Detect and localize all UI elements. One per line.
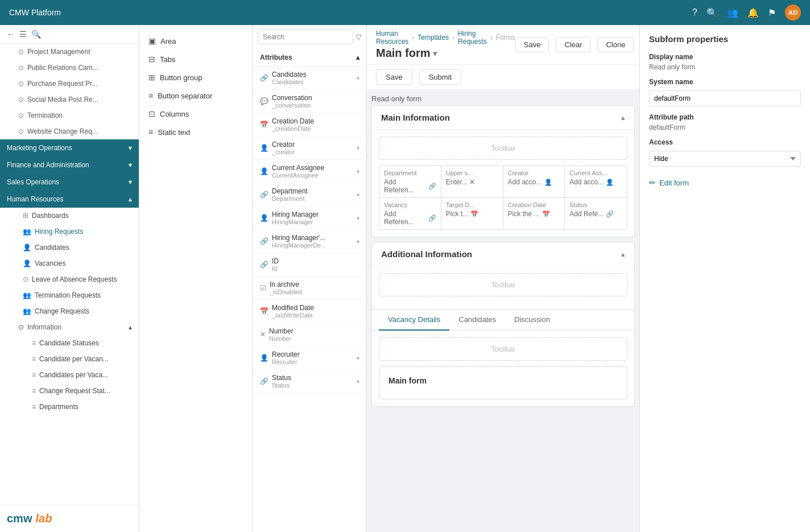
tab-discussion[interactable]: Discussion [505,310,559,331]
expand-icon[interactable]: ▾ [357,238,359,245]
chevron-down-icon: ▾ [129,144,132,152]
form-cell-creation-date[interactable]: Creation Date Pick the ... 📅 [503,198,565,229]
sidebar-item-termination[interactable]: ⊙ Termination [0,108,139,123]
sidebar-item-hiring-requests[interactable]: 👥 Hiring Requests [0,224,139,240]
clear-button[interactable]: Clear [556,37,590,52]
attr-item-hiring-manager-dept[interactable]: 🔗 Hiring Manager'... HiringManagerDe... … [253,230,366,253]
expand-icon[interactable]: ▾ [357,145,359,151]
access-select[interactable]: Hide Show Read only [649,151,801,167]
attr-item-status[interactable]: 🔗 Status Status ▾ [253,370,366,393]
form-cell-upper-s[interactable]: Upper s... Enter... ✕ [441,166,503,198]
breadcrumb-bar: Human Resources › Templates › Hiring Req… [367,25,639,65]
expand-icon[interactable]: ▾ [357,168,359,175]
sidebar-item-vacancies[interactable]: 👤 Vacancies [0,255,139,271]
attr-item-creator[interactable]: 👤 Creator _creator ▾ [253,137,366,160]
form-cell-creator[interactable]: Creator Add acco... 👤 [503,166,565,198]
expand-icon[interactable]: ▾ [357,215,359,221]
sidebar-item-candidate-statuses[interactable]: ≡ Candidate Statuses [9,335,139,351]
attr-search-input[interactable] [258,30,353,44]
search-icon[interactable]: 🔍 [706,7,718,18]
expand-icon[interactable]: ▾ [357,75,359,81]
sidebar-menu-icon[interactable]: ☰ [19,30,27,39]
sidebar-item-candidate-per-vacan[interactable]: ≡ Candidate per Vacan... [9,351,139,367]
attr-item-candidates[interactable]: 🔗 Candidates Candidates ▾ [253,67,366,90]
expand-icon[interactable]: ▾ [357,378,359,385]
component-tabs[interactable]: ⊟ Tabs [139,50,253,68]
tab-vacancy-details[interactable]: Vacancy Details [379,310,449,331]
sidebar-item-social-media[interactable]: ⊙ Social Media Post Re... [0,92,139,108]
form-title-chevron[interactable]: ▾ [433,49,437,58]
clone-button[interactable]: Clone [597,37,634,52]
sidebar-group-finance[interactable]: Finance and Administration ▾ [0,156,139,174]
form-cell-target-d[interactable]: Target D... Pick t... 📅 [441,198,503,229]
attr-item-number[interactable]: ✕ Number Number [253,323,366,347]
sidebar-collapse-icon[interactable]: ← [7,30,15,39]
component-static-text[interactable]: ≡ Static text [139,123,253,141]
component-button-group[interactable]: ⊞ Button group [139,68,253,86]
flag-icon[interactable]: ⚑ [768,7,776,18]
calendar-icon: 📅 [542,211,550,218]
system-name-input[interactable] [649,90,801,106]
component-button-separator[interactable]: ≡ Button separator [139,86,253,105]
section-collapse-icon[interactable]: ▴ [621,113,625,122]
avatar[interactable]: AD [785,5,801,20]
breadcrumb-templates[interactable]: Templates [418,34,449,42]
expand-icon[interactable]: ▾ [357,355,359,361]
sidebar-item-change-requests[interactable]: 👥 Change Requests [0,303,139,319]
form-cell-current-ass[interactable]: Current Ass... Add acco... 👤 [565,166,627,198]
form-save-button[interactable]: Save [376,69,412,85]
sidebar-item-leave-absence[interactable]: ⊙ Leave of Absence Requests [0,271,139,287]
date-icon: 📅 [260,121,268,129]
attr-collapse-icon[interactable]: ▴ [356,53,359,61]
sidebar-item-website-change[interactable]: ⊙ Website Change Req... [0,123,139,139]
save-button[interactable]: Save [515,37,549,52]
form-submit-button[interactable]: Submit [419,69,461,85]
logo-lab: lab [35,512,52,525]
sidebar-item-departments[interactable]: ≡ Departments [9,399,139,415]
sidebar-item-dashboards[interactable]: ⊞ Dashboards [0,208,139,224]
sidebar-item-purchase-request[interactable]: ⊙ Purchase Request Pr... [0,76,139,92]
sidebar-item-termination-requests[interactable]: 👥 Termination Requests [0,287,139,303]
sidebar-group-sales[interactable]: Sales Operations ▾ [0,174,139,191]
attr-item-hiring-manager[interactable]: 👤 Hiring Manager HiringManager ▾ [253,207,366,230]
sidebar-item-candidates[interactable]: 👤 Candidates [0,240,139,255]
bell-icon[interactable]: 🔔 [747,7,759,18]
sidebar-item-project-management[interactable]: ⊙ Project Management [0,44,139,60]
sidebar-search-icon[interactable]: 🔍 [31,30,41,39]
link-icon: 🔗 [428,183,436,190]
users-icon[interactable]: 👥 [727,7,738,18]
attr-item-department[interactable]: 🔗 Department Department ▾ [253,183,366,207]
sidebar-item-public-relations[interactable]: ⊙ Public Relations Cam... [0,60,139,76]
form-cell-vacancy[interactable]: Vacancy Add Referen... 🔗 [379,198,441,229]
breadcrumb-hiring[interactable]: Hiring Requests [458,30,487,46]
sidebar-group-hr[interactable]: Human Resources ▴ [0,191,139,208]
attr-item-conversation[interactable]: 💬 Conversation _conversation [253,90,366,113]
tab-candidates[interactable]: Candidates [449,310,505,331]
attr-item-current-assignee[interactable]: 👤 Current Assignee CurrentAssignee ▾ [253,160,366,183]
breadcrumb-hr[interactable]: Human Resources [376,30,408,46]
sidebar-item-change-request-stat[interactable]: ≡ Change Request Stat... [9,383,139,399]
attr-item-modified-date[interactable]: 📅 Modified Date _lastWriteDate [253,300,366,323]
attr-item-creation-date[interactable]: 📅 Creation Date _creationDate [253,113,366,137]
item-icon: ⊙ [18,64,24,72]
sidebar-group-marketing[interactable]: Marketing Operations ▾ [0,139,139,156]
sidebar: ← ☰ 🔍 ⊙ Project Management ⊙ Public Rela… [0,25,139,532]
sidebar-info-group[interactable]: ⊙ Information ▴ [0,319,139,335]
component-area[interactable]: ▣ Area [139,32,253,50]
attr-item-id[interactable]: 🔗 ID Id [253,253,366,277]
expand-icon[interactable]: ▾ [357,192,359,198]
sidebar-item-candidates-per-vaca[interactable]: ≡ Candidates per Vaca... [9,367,139,383]
form-cell-status[interactable]: Status Add Refe... 🔗 [565,198,627,229]
form-cell-department[interactable]: Department Add Referen... 🔗 [379,166,441,198]
section-collapse-icon-2[interactable]: ▴ [621,250,625,258]
filter-icon[interactable]: ▽ [356,32,362,42]
component-columns[interactable]: ⊡ Columns [139,105,253,123]
attr-item-in-archive[interactable]: ☑ In archive _isDisabled [253,277,366,300]
logo-bottom: cmw lab [0,505,139,532]
sidebar-info-children: ≡ Candidate Statuses ≡ Candidate per Vac… [0,335,139,415]
edit-form-button[interactable]: ✏ Edit form [649,178,801,187]
attr-item-recruiter[interactable]: 👤 Recruiter Recruiter ▾ [253,347,366,370]
help-icon[interactable]: ? [692,7,697,18]
person-icon: 👤 [606,179,614,186]
main-layout: ← ☰ 🔍 ⊙ Project Management ⊙ Public Rela… [0,25,810,532]
